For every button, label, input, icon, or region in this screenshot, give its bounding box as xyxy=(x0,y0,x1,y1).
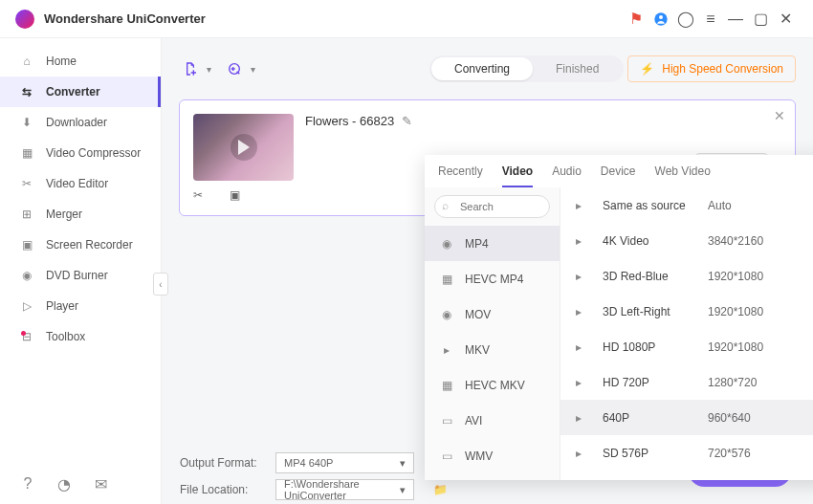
menu-icon[interactable]: ≡ xyxy=(698,7,723,32)
tab-audio[interactable]: Audio xyxy=(552,164,582,187)
format-mp4[interactable]: ◉MP4 xyxy=(425,226,560,261)
sidebar-item-label: Home xyxy=(46,55,77,68)
edit-name-icon[interactable]: ✎ xyxy=(402,114,412,128)
user-icon[interactable] xyxy=(648,7,673,32)
headset-icon[interactable]: ◯ xyxy=(673,7,698,32)
add-file-button[interactable]: ▾ xyxy=(179,57,202,80)
format-wmv[interactable]: ▭WMV xyxy=(425,438,560,473)
bell-icon[interactable]: ◔ xyxy=(55,475,73,493)
maximize-icon[interactable]: ▢ xyxy=(748,7,773,32)
sidebar-item-label: Merger xyxy=(46,208,82,221)
sidebar-item-label: DVD Burner xyxy=(46,269,108,282)
crop-icon[interactable]: ▣ xyxy=(230,188,240,202)
trim-icon[interactable]: ✂ xyxy=(193,188,203,202)
converter-icon: ⇆ xyxy=(19,84,34,99)
app-logo xyxy=(15,10,34,29)
res-4k[interactable]: ▸4K Video3840*2160✎ xyxy=(560,223,813,258)
res-3dleftright[interactable]: ▸3D Left-Right1920*1080✎ xyxy=(560,294,813,329)
svg-point-1 xyxy=(659,15,663,19)
video-thumbnail[interactable] xyxy=(193,114,294,181)
sidebar-item-player[interactable]: ▷Player xyxy=(0,291,161,321)
tab-device[interactable]: Device xyxy=(601,164,636,187)
tab-video[interactable]: Video xyxy=(502,164,533,187)
sidebar-item-label: Screen Recorder xyxy=(46,238,133,252)
popup-tabs: Recently Video Audio Device Web Video xyxy=(425,155,813,187)
tab-recently[interactable]: Recently xyxy=(438,164,483,187)
tab-webvideo[interactable]: Web Video xyxy=(655,164,711,187)
file-name: Flowers - 66823✎ xyxy=(305,114,412,128)
res-1080p[interactable]: ▸HD 1080P1920*1080✎ xyxy=(560,329,813,364)
sidebar-item-merger[interactable]: ⊞Merger xyxy=(0,199,161,230)
collapse-sidebar-button[interactable]: ‹ xyxy=(153,273,168,296)
sidebar-item-label: Downloader xyxy=(46,116,107,129)
compress-icon: ▦ xyxy=(19,145,34,161)
toggle-converting[interactable]: Converting xyxy=(431,57,533,80)
format-hevcmp4[interactable]: ▦HEVC MP4 xyxy=(425,261,560,296)
file-location-label: File Location: xyxy=(180,483,266,496)
sidebar-item-compressor[interactable]: ▦Video Compressor xyxy=(0,138,161,168)
video-icon: ◉ xyxy=(438,306,455,323)
download-icon: ⬇ xyxy=(19,115,34,130)
chevron-down-icon: ▾ xyxy=(400,484,406,496)
output-format-label: Output Format: xyxy=(180,456,266,470)
video-icon: ▭ xyxy=(438,412,455,429)
editor-icon: ✂ xyxy=(19,176,34,191)
sidebar-item-recorder[interactable]: ▣Screen Recorder xyxy=(0,230,161,260)
sidebar-item-editor[interactable]: ✂Video Editor xyxy=(0,168,161,199)
res-720p[interactable]: ▸HD 720P1280*720✎ xyxy=(560,364,813,400)
res-640p[interactable]: ▸640P960*640✎ xyxy=(560,400,813,435)
sidebar: ⌂Home ⇆Converter ⬇Downloader ▦Video Comp… xyxy=(0,38,162,504)
toggle-finished[interactable]: Finished xyxy=(533,57,622,80)
chat-icon[interactable]: ✉ xyxy=(92,475,109,493)
hevc-icon: ▦ xyxy=(438,377,455,394)
play-icon: ▸ xyxy=(576,447,591,460)
hevc-icon: ▦ xyxy=(438,271,455,288)
sidebar-item-toolbox[interactable]: ⊟Toolbox xyxy=(0,321,161,352)
file-location-select[interactable]: F:\Wondershare UniConverter▾ xyxy=(275,479,414,500)
help-icon[interactable]: ? xyxy=(19,475,36,493)
res-same[interactable]: ▸Same as sourceAuto✎ xyxy=(560,187,813,223)
high-speed-conversion[interactable]: ⚡High Speed Conversion xyxy=(627,55,796,82)
close-file-button[interactable]: ✕ xyxy=(774,108,785,123)
minimize-icon[interactable]: — xyxy=(723,7,748,32)
chevron-down-icon: ▾ xyxy=(251,64,255,75)
bolt-icon: ⚡ xyxy=(640,62,654,76)
sidebar-item-label: Converter xyxy=(46,85,100,99)
sidebar-item-downloader[interactable]: ⬇Downloader xyxy=(0,107,161,138)
play-icon: ▸ xyxy=(576,411,591,425)
toolbar: ▾ ▾ Converting Finished ⚡High Speed Conv… xyxy=(179,52,796,86)
play-icon: ▸ xyxy=(576,376,591,389)
gift-icon[interactable]: ⚑ xyxy=(624,7,648,32)
sidebar-item-converter[interactable]: ⇆Converter xyxy=(0,77,161,107)
toolbox-icon: ⊟ xyxy=(19,329,34,344)
sidebar-item-label: Player xyxy=(46,299,78,313)
sidebar-item-dvd[interactable]: ◉DVD Burner xyxy=(0,260,161,291)
play-icon: ▸ xyxy=(576,270,591,283)
status-toggle: Converting Finished xyxy=(429,55,624,82)
folder-icon[interactable]: 📁 xyxy=(433,483,448,496)
add-url-button[interactable]: ▾ xyxy=(223,57,246,80)
sidebar-item-label: Toolbox xyxy=(46,330,85,343)
res-3dredblue[interactable]: ▸3D Red-Blue1920*1080✎ xyxy=(560,258,813,294)
video-icon: ▸ xyxy=(438,341,455,359)
titlebar: Wondershare UniConverter ⚑ ◯ ≡ — ▢ ✕ xyxy=(0,0,813,38)
format-hevcmkv[interactable]: ▦HEVC MKV xyxy=(425,367,560,403)
resolution-list: ▸Same as sourceAuto✎ ▸4K Video3840*2160✎… xyxy=(560,187,813,480)
search-input[interactable] xyxy=(434,195,550,218)
close-icon[interactable]: ✕ xyxy=(773,7,798,32)
format-mov[interactable]: ◉MOV xyxy=(425,296,560,332)
video-icon: ◉ xyxy=(438,235,455,252)
format-mkv[interactable]: ▸MKV xyxy=(425,332,560,367)
format-popup: Recently Video Audio Device Web Video ◉M… xyxy=(425,155,813,480)
sidebar-item-label: Video Compressor xyxy=(46,146,141,160)
res-576p[interactable]: ▸SD 576P720*576✎ xyxy=(560,435,813,471)
output-format-select[interactable]: MP4 640P▾ xyxy=(275,452,414,473)
video-icon: ▭ xyxy=(438,448,455,465)
sidebar-item-home[interactable]: ⌂Home xyxy=(0,46,161,77)
format-avi[interactable]: ▭AVI xyxy=(425,403,560,438)
player-icon: ▷ xyxy=(19,298,34,314)
chevron-down-icon: ▾ xyxy=(207,64,211,75)
merger-icon: ⊞ xyxy=(19,207,34,222)
format-list: ◉MP4 ▦HEVC MP4 ◉MOV ▸MKV ▦HEVC MKV ▭AVI … xyxy=(425,187,560,480)
play-icon: ▸ xyxy=(576,199,591,212)
